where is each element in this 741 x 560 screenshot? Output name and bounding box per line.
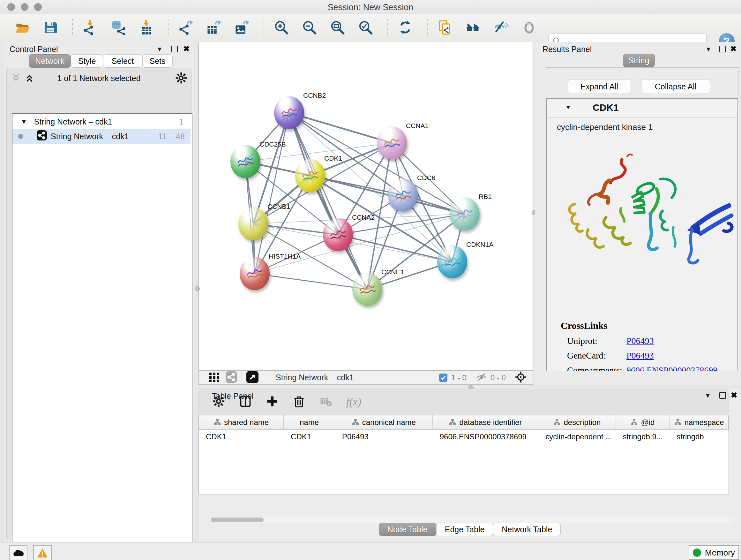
collection-label: String Network – cdk1 <box>34 117 112 126</box>
column-header-description[interactable]: description <box>538 415 616 429</box>
open-in-window-icon[interactable] <box>246 371 259 384</box>
cloud-status-button[interactable] <box>9 545 27 560</box>
collapse-all-button[interactable]: Collapse All <box>641 79 710 94</box>
node-label-CCNB2: CCNB2 <box>303 91 326 99</box>
results-panel-close-icon[interactable]: ✖ <box>730 44 737 53</box>
results-panel-float-icon[interactable] <box>719 46 726 52</box>
hide-selected-icon[interactable] <box>492 18 510 37</box>
table-cell[interactable]: stringdb:9... <box>616 430 670 443</box>
node-HIST1H1A[interactable] <box>240 257 270 290</box>
memory-button[interactable]: Memory <box>689 545 739 560</box>
crosslink-link[interactable]: P06493 <box>626 351 654 361</box>
collection-expand-icon[interactable]: ▼ <box>21 118 27 125</box>
show-all-icon[interactable] <box>520 18 538 37</box>
node-CCNA1[interactable] <box>377 126 407 160</box>
crosslink-link[interactable]: P06493 <box>626 336 654 346</box>
control-panel-float-icon[interactable] <box>171 46 178 52</box>
first-neighbors-icon[interactable] <box>464 18 482 37</box>
table-horizontal-scrollbar[interactable] <box>209 516 735 523</box>
export-table-icon[interactable] <box>205 18 223 37</box>
column-header-canonical-name[interactable]: canonical name <box>335 415 433 429</box>
node-CDC25B[interactable] <box>230 145 260 178</box>
import-table-from-file-icon[interactable] <box>137 18 155 37</box>
edge-RB1-HIST1H1A[interactable] <box>255 214 465 273</box>
crosslink-link[interactable]: 9606.ENSP00000378699 <box>626 365 718 371</box>
node-CDC6[interactable] <box>388 179 418 212</box>
table-panel-menu-icon[interactable]: ▼ <box>704 392 711 399</box>
import-network-from-database-icon[interactable] <box>109 18 127 37</box>
create-column-plus-icon[interactable] <box>266 395 279 409</box>
toolbar-separator <box>72 19 73 37</box>
column-header-namespace[interactable]: namespace <box>670 415 729 429</box>
network-snapshot-icon[interactable] <box>436 18 454 37</box>
selected-checkbox-icon[interactable] <box>439 374 448 382</box>
scrollbar-thumb[interactable] <box>211 517 264 522</box>
tab-style[interactable]: Style <box>71 54 103 68</box>
entry-header[interactable]: ▼ CDK1 <box>547 99 738 118</box>
column-header--id[interactable]: @id <box>616 415 670 429</box>
node-CCNE1[interactable] <box>352 273 382 306</box>
zoom-fit-content-icon[interactable] <box>329 18 347 37</box>
export-network-icon[interactable] <box>177 18 195 37</box>
apply-preferred-layout-icon[interactable] <box>396 18 414 37</box>
node-CCNB1[interactable] <box>239 207 268 240</box>
network-canvas[interactable]: CCNB2CCNA1CDC25BCDK1CDC6RB1CCNB1CCNA2CDK… <box>199 42 533 370</box>
zoom-selected-region-icon[interactable] <box>357 18 375 37</box>
node-CCNB2[interactable] <box>274 96 304 129</box>
node-CDKN1A[interactable] <box>437 245 467 278</box>
table-row[interactable]: CDK1CDK1P064939606.ENSP00000378699cyclin… <box>199 430 729 443</box>
node-label-CDC6: CDC6 <box>417 174 435 182</box>
edge-CDK1-RB1[interactable] <box>310 176 465 214</box>
delete-column-trash-icon[interactable] <box>293 395 306 409</box>
network-edges[interactable] <box>199 42 533 371</box>
expand-all-button[interactable]: Expand All <box>568 79 631 94</box>
tab-sets[interactable]: Sets <box>142 54 173 68</box>
export-image-icon[interactable] <box>233 18 251 37</box>
network-view-toolbar: String Network – cdk1 1 - 0 0 - 0 <box>199 370 533 385</box>
node-CDK1[interactable] <box>295 159 325 192</box>
tab-network-table[interactable]: Network Table <box>493 523 561 536</box>
tab-network[interactable]: Network <box>29 54 71 68</box>
tab-edge-table[interactable]: Edge Table <box>436 523 493 536</box>
network-row[interactable]: String Network – cdk1 11 48 <box>12 129 191 144</box>
table-cell[interactable]: P06493 <box>335 430 433 443</box>
warning-status-button[interactable] <box>33 545 52 560</box>
fit-selected-crosshair-icon[interactable] <box>514 370 528 385</box>
edge-CCNB2-CCNE1[interactable] <box>289 113 367 289</box>
control-panel-menu-icon[interactable]: ▼ <box>156 46 163 53</box>
table-panel-close-icon[interactable]: ✖ <box>731 391 737 400</box>
table-cell[interactable]: CDK1 <box>284 430 335 443</box>
entry-collapse-icon[interactable]: ▼ <box>565 104 571 111</box>
zoom-in-icon[interactable] <box>273 18 290 37</box>
table-cell[interactable]: CDK1 <box>199 430 284 443</box>
left-splitter-grip[interactable] <box>195 286 200 291</box>
table-cell[interactable]: stringdb <box>670 430 729 443</box>
control-panel-close-icon[interactable]: ✖ <box>183 44 190 53</box>
edge-CCNB2-HIST1H1A[interactable] <box>255 113 289 273</box>
node-RB1[interactable] <box>450 197 480 231</box>
table-cell[interactable]: 9606.ENSP00000378699 <box>433 430 539 443</box>
column-header-shared-name[interactable]: shared name <box>199 415 284 429</box>
zoom-out-icon[interactable] <box>300 18 319 37</box>
column-header-name[interactable]: name <box>284 415 335 429</box>
column-header-database-identifier[interactable]: database identifier <box>433 415 539 429</box>
edge-CCNB2-CCNA1[interactable] <box>289 113 392 143</box>
table-cell[interactable]: cyclin-dependent ... <box>538 430 616 443</box>
node-label-CCNB1: CCNB1 <box>267 203 290 210</box>
import-network-from-file-icon[interactable] <box>81 18 99 37</box>
tab-node-table[interactable]: Node Table <box>379 523 436 536</box>
edge-HIST1H1A-CCNE1[interactable] <box>255 273 367 289</box>
open-session-icon[interactable] <box>13 18 31 37</box>
function-builder-icon: f(x) <box>346 396 361 408</box>
results-panel-menu-icon[interactable]: ▼ <box>705 46 712 53</box>
table-panel-float-icon[interactable] <box>719 392 726 399</box>
network-options-gear-icon[interactable] <box>175 72 187 85</box>
tab-select[interactable]: Select <box>103 54 142 68</box>
tab-string[interactable]: String <box>623 54 655 67</box>
warning-icon <box>37 548 48 558</box>
network-collection-row[interactable]: ▼ String Network – cdk1 1 <box>12 114 191 129</box>
node-CCNA2[interactable] <box>323 218 353 251</box>
grid-view-icon[interactable] <box>208 371 220 384</box>
save-session-icon[interactable] <box>42 18 59 37</box>
network-birdseye-icon[interactable] <box>226 371 237 384</box>
